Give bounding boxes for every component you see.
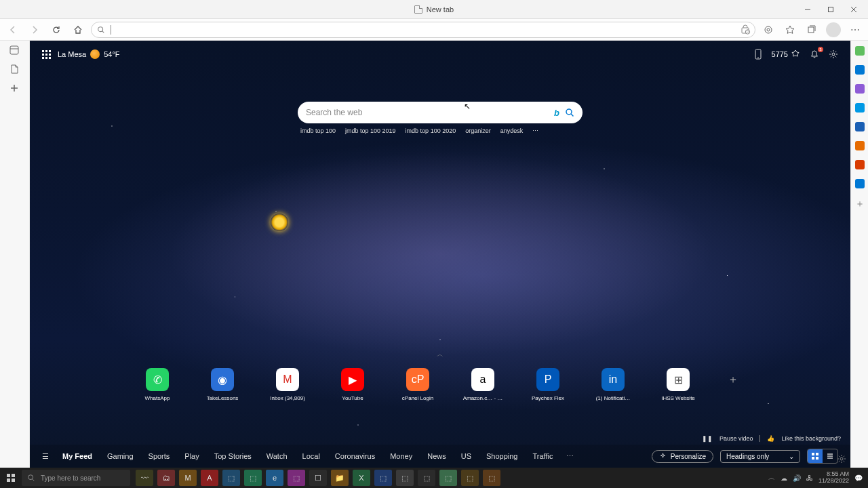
add-tab-icon[interactable] xyxy=(9,83,21,95)
taskbar-app[interactable]: ⬚ xyxy=(222,470,240,486)
taskbar-app[interactable]: ☐ xyxy=(309,470,327,486)
taskbar-app[interactable]: ⬚ xyxy=(418,470,435,486)
mobile-icon[interactable] xyxy=(754,49,762,60)
list-view-button[interactable] xyxy=(823,449,837,463)
taskbar-app[interactable]: ⬚ xyxy=(244,470,262,486)
sidebar-app-icon[interactable] xyxy=(855,122,865,131)
back-button[interactable] xyxy=(4,21,22,39)
quick-link[interactable]: MInbox (34,809) xyxy=(266,368,309,401)
quick-link[interactable]: PPaychex Flex xyxy=(526,368,570,401)
maximize-button[interactable] xyxy=(819,0,842,19)
quick-link[interactable]: in(1) Notificati… xyxy=(591,368,635,401)
collapse-links-icon[interactable]: ︿ xyxy=(437,350,443,359)
collections-button[interactable] xyxy=(803,21,821,39)
taskbar-app[interactable]: 〰 xyxy=(136,470,153,486)
sidebar-app-icon[interactable] xyxy=(855,179,865,188)
profile-button[interactable] xyxy=(825,21,842,39)
taskbar-app[interactable]: ⬚ xyxy=(483,470,500,486)
taskbar-app[interactable]: ⬚ xyxy=(461,470,479,486)
feed-tab[interactable]: Money xyxy=(390,452,412,460)
sidebar-app-icon[interactable] xyxy=(855,46,865,56)
search-suggestion[interactable]: anydesk xyxy=(500,127,524,134)
page-settings-icon[interactable] xyxy=(837,454,846,464)
tab-actions-icon[interactable] xyxy=(9,45,21,57)
sidebar-app-icon[interactable] xyxy=(855,65,865,75)
sidebar-add-icon[interactable]: ＋ xyxy=(855,198,865,210)
sidebar-app-icon[interactable] xyxy=(855,141,865,150)
taskbar-app[interactable]: 📁 xyxy=(331,470,349,486)
new-tab-page-icon[interactable] xyxy=(9,64,21,76)
pause-video-label[interactable]: Pause video xyxy=(719,435,753,442)
feed-tab[interactable]: US xyxy=(461,452,471,460)
search-suggestion[interactable]: jmdb top 100 2019 xyxy=(345,127,396,134)
search-submit-icon[interactable] xyxy=(565,108,574,117)
menu-button[interactable]: ⋯ xyxy=(846,21,864,39)
feed-tab[interactable]: Gaming xyxy=(107,452,134,460)
search-suggestion[interactable]: imdb top 100 2020 xyxy=(406,127,456,134)
notifications-button[interactable]: 3 xyxy=(810,49,819,59)
search-input[interactable] xyxy=(306,108,549,117)
taskbar-app[interactable]: ⬚ xyxy=(288,470,305,486)
feed-tab[interactable]: Watch xyxy=(267,452,288,460)
feed-tab[interactable]: Play xyxy=(184,452,199,460)
tray-cloud-icon[interactable]: ☁ xyxy=(781,474,787,482)
search-suggestion[interactable]: organizer xyxy=(465,127,491,134)
sidebar-app-icon[interactable] xyxy=(855,84,865,94)
sidebar-app-icon[interactable] xyxy=(855,160,865,169)
sidebar-app-icon[interactable] xyxy=(855,103,865,113)
taskbar-app[interactable]: M xyxy=(179,470,197,486)
feed-more-icon[interactable]: ⋯ xyxy=(566,452,574,461)
taskbar-search[interactable]: Type here to search xyxy=(22,470,130,486)
home-button[interactable] xyxy=(69,21,87,39)
shopping-icon[interactable]: 0 xyxy=(740,24,751,35)
favorites-button[interactable] xyxy=(781,21,799,39)
quick-link[interactable]: ✆WhatsApp xyxy=(136,368,179,401)
taskbar-app[interactable]: ⬚ xyxy=(396,470,414,486)
feed-menu-icon[interactable]: ☰ xyxy=(42,452,49,461)
personalize-button[interactable]: Personalize xyxy=(652,450,713,463)
minimize-button[interactable] xyxy=(796,0,819,19)
quick-link[interactable]: ⊞IHSS Website xyxy=(656,368,700,401)
taskbar-app[interactable]: A xyxy=(201,470,218,486)
tray-notifications-icon[interactable]: 💬 xyxy=(854,474,863,482)
start-button[interactable] xyxy=(0,473,22,483)
close-button[interactable] xyxy=(842,0,865,19)
search-suggestion[interactable]: imdb top 100 xyxy=(300,127,336,134)
thumbs-up-icon[interactable]: 👍 xyxy=(767,435,774,442)
taskbar-app[interactable]: ⬚ xyxy=(374,470,392,486)
address-bar[interactable]: 0 xyxy=(91,22,755,38)
gear-icon[interactable] xyxy=(829,49,838,59)
grid-view-button[interactable] xyxy=(808,449,823,463)
quick-link[interactable]: aAmazon.c… - … xyxy=(461,368,505,401)
rewards-widget[interactable]: 5775 xyxy=(772,49,800,59)
feed-tab[interactable]: Coronavirus xyxy=(335,452,375,460)
taskbar-app[interactable]: X xyxy=(353,470,370,486)
tray-clock[interactable]: 8:55 AM 11/28/2022 xyxy=(818,471,849,485)
taskbar-app[interactable]: e xyxy=(266,470,283,486)
app-launcher-icon[interactable] xyxy=(42,50,51,59)
like-background-label[interactable]: Like this background? xyxy=(781,435,841,442)
weather-widget[interactable]: La Mesa 54°F xyxy=(58,49,120,59)
feed-tab[interactable]: Local xyxy=(302,452,320,460)
tray-network-icon[interactable]: 🖧 xyxy=(806,474,813,482)
taskbar-app[interactable]: ⬚ xyxy=(439,470,457,486)
taskbar-app[interactable]: 🗂 xyxy=(157,470,175,486)
quick-link[interactable]: ◉TakeLessons xyxy=(201,368,244,401)
add-quick-link-button[interactable]: ＋ xyxy=(722,368,745,391)
tray-volume-icon[interactable]: 🔊 xyxy=(793,474,801,482)
tray-chevron-icon[interactable]: ︿ xyxy=(768,473,775,483)
layout-select[interactable]: Headings only ⌄ xyxy=(720,450,800,463)
search-box[interactable]: b xyxy=(298,102,583,123)
feed-tab[interactable]: Shopping xyxy=(486,452,518,460)
suggestions-more-icon[interactable]: ⋯ xyxy=(532,127,539,134)
quick-link[interactable]: ▶YouTube xyxy=(331,368,374,401)
feed-tab[interactable]: Top Stories xyxy=(214,452,252,460)
extensions-button[interactable] xyxy=(760,21,777,39)
pause-icon[interactable]: ❚❚ xyxy=(702,435,713,442)
quick-link[interactable]: cPcPanel Login xyxy=(396,368,439,401)
feed-tab[interactable]: Sports xyxy=(149,452,170,460)
browser-tab[interactable]: New tab xyxy=(414,5,454,14)
forward-button[interactable] xyxy=(26,21,43,39)
feed-tab[interactable]: My Feed xyxy=(62,452,92,460)
feed-tab[interactable]: Traffic xyxy=(532,452,553,460)
